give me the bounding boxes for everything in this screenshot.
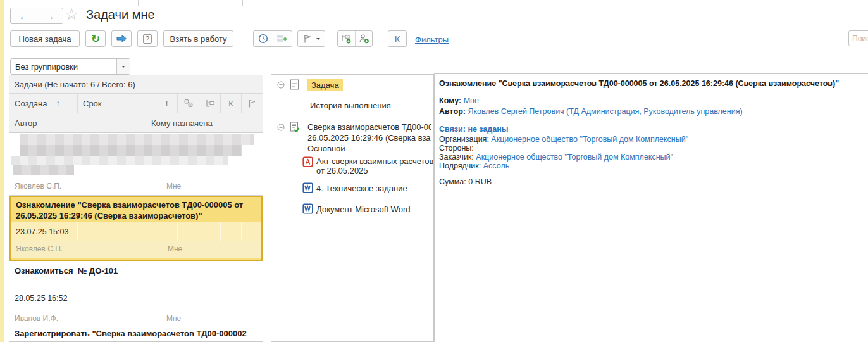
process-map-button[interactable] bbox=[273, 31, 292, 46]
redacted-block bbox=[11, 156, 228, 165]
details-org-line: Организация: Акционерное общество "Торго… bbox=[439, 135, 688, 144]
to-label: Кому: bbox=[439, 96, 461, 105]
column-k[interactable]: К bbox=[221, 94, 242, 113]
attachment-word[interactable]: Документ Microsoft Word bbox=[302, 203, 434, 214]
forward-arrow-icon: → bbox=[45, 11, 54, 22]
attachment-pdf[interactable]: Акт сверки взаимных расчетов от 26.05.20… bbox=[302, 156, 434, 175]
word-file-icon bbox=[302, 182, 313, 193]
assign-tools-group bbox=[337, 30, 373, 47]
task-created: 23.07.25 15:03 bbox=[16, 227, 68, 236]
tree-history-label: История выполнения bbox=[310, 101, 391, 110]
amount-label: Сумма: bbox=[439, 177, 466, 186]
refresh-button[interactable]: ↻ bbox=[85, 30, 106, 47]
clock-icon bbox=[258, 34, 268, 44]
collapse-icon[interactable] bbox=[277, 124, 285, 131]
attachment-word[interactable]: 4. Техническое задание bbox=[302, 182, 434, 193]
details-links-line[interactable]: Связи: не заданы bbox=[439, 125, 508, 134]
add-person-icon bbox=[358, 34, 369, 44]
forward-button[interactable]: → bbox=[37, 8, 63, 23]
k-column-icon: К bbox=[228, 99, 233, 108]
tree-document-line: Сверка взаиморасчетов ТД00-00 bbox=[307, 122, 431, 132]
tab-separator bbox=[242, 0, 243, 6]
page-title: Задачи мне bbox=[86, 8, 155, 22]
tree-node-document[interactable]: Сверка взаиморасчетов ТД00-00 26.05.2025… bbox=[277, 122, 431, 154]
assign-person-button[interactable] bbox=[355, 31, 373, 46]
column-priority[interactable]: ! bbox=[156, 94, 178, 113]
pdf-file-icon bbox=[302, 156, 313, 167]
back-button[interactable]: ← bbox=[11, 8, 37, 23]
customer-value-link[interactable]: Акционерное общество "Торговый дом Компл… bbox=[476, 153, 673, 162]
redacted-block bbox=[13, 165, 74, 175]
tree-document-line: 26.05.2025 16:29:46 (Сверка вза bbox=[307, 132, 431, 143]
task-details-panel: Ознакомление "Сверка взаиморасчетов ТД00… bbox=[434, 73, 868, 342]
filters-link[interactable]: Фильтры bbox=[415, 35, 449, 44]
attachment-line: Акт сверки взаимных расчетов bbox=[316, 156, 434, 166]
column-header-row-2: Автор Кому назначена bbox=[9, 113, 263, 133]
column-assignee[interactable]: Кому назначена bbox=[146, 113, 263, 132]
column-created[interactable]: Создана ↑ bbox=[9, 94, 78, 113]
task-title: Ознакомиться № ДО-101 bbox=[15, 265, 118, 276]
amount-value: 0 RUB bbox=[468, 177, 492, 186]
process-map-icon bbox=[277, 34, 287, 44]
new-task-button[interactable]: Новая задача bbox=[10, 30, 80, 47]
document-icon bbox=[290, 79, 299, 90]
task-row[interactable]: Зарегистрировать "Сверка взаиморасчетов … bbox=[9, 324, 263, 342]
take-to-work-button[interactable]: Взять в работу bbox=[163, 30, 233, 47]
add-subtask-icon bbox=[340, 34, 352, 44]
refresh-icon: ↻ bbox=[91, 32, 100, 45]
author-value-link[interactable]: Яковлев Сергей Петрович (ТД Администраци… bbox=[468, 107, 742, 116]
org-value-link[interactable]: Акционерное общество "Торговый дом Компл… bbox=[491, 135, 688, 144]
attachment-line: Документ Microsoft Word bbox=[316, 205, 434, 214]
task-row-selected[interactable]: Ознакомление "Сверка взаиморасчетов ТД00… bbox=[9, 196, 263, 261]
top-tab-strip bbox=[0, 0, 868, 6]
details-contractor-line: Подрядчик: Ассоль bbox=[439, 162, 509, 170]
task-title: Ознакомление "Сверка взаиморасчетов ТД00… bbox=[11, 197, 261, 222]
control-k-button[interactable]: К bbox=[388, 30, 407, 47]
column-assignee-label: Кому назначена bbox=[151, 118, 213, 128]
task-assignee: Мне bbox=[166, 182, 181, 191]
task-row-redacted[interactable]: Яковлев С.П. Мне bbox=[9, 133, 263, 196]
help-button[interactable]: ? bbox=[137, 30, 158, 47]
attachment-label: Акт сверки взаимных расчетов от 26.05.20… bbox=[316, 156, 434, 175]
grouping-dropdown-button[interactable] bbox=[116, 59, 130, 74]
column-author[interactable]: Автор bbox=[9, 113, 146, 132]
column-hierarchy[interactable] bbox=[199, 94, 221, 113]
attachment-line: 4. Техническое задание bbox=[316, 184, 434, 193]
flag-dropdown-button[interactable] bbox=[297, 30, 325, 47]
tree-document-line: Основной bbox=[307, 143, 431, 154]
tree-node-task[interactable]: Задача bbox=[277, 79, 343, 91]
take-to-work-label: Взять в работу bbox=[170, 34, 227, 44]
forward-task-button[interactable] bbox=[111, 30, 132, 47]
blue-arrow-icon bbox=[116, 34, 127, 43]
grouping-dropdown[interactable]: Без группировки bbox=[10, 58, 130, 75]
add-subtask-button[interactable] bbox=[338, 31, 355, 46]
search-input[interactable] bbox=[848, 30, 868, 46]
details-to-line: Кому: Мне bbox=[439, 96, 479, 105]
attachment-line: от 26.05.2025 bbox=[316, 166, 434, 175]
to-value-link[interactable]: Мне bbox=[464, 96, 479, 105]
hierarchy-icon bbox=[205, 99, 215, 108]
word-file-icon bbox=[302, 203, 313, 214]
attachment-label: 4. Техническое задание bbox=[316, 184, 434, 193]
collapse-icon[interactable] bbox=[277, 81, 285, 89]
column-due-label: Срок bbox=[83, 99, 102, 108]
contractor-value-link[interactable]: Ассоль bbox=[483, 162, 509, 170]
favorite-star-icon[interactable]: ☆ bbox=[65, 5, 78, 23]
task-title: Зарегистрировать "Сверка взаиморасчетов … bbox=[15, 328, 247, 339]
tree-node-history[interactable]: История выполнения bbox=[310, 101, 391, 110]
column-due[interactable]: Срок bbox=[78, 94, 156, 113]
k-label: К bbox=[395, 34, 400, 44]
column-flag[interactable] bbox=[242, 94, 263, 113]
tree-document-label: Сверка взаиморасчетов ТД00-00 26.05.2025… bbox=[307, 122, 431, 154]
help-icon: ? bbox=[143, 34, 152, 44]
sort-asc-icon: ↑ bbox=[56, 99, 59, 108]
tree-task-label[interactable]: Задача bbox=[307, 79, 343, 91]
task-structure-panel: Задача История выполнения Сверка взаимор… bbox=[271, 74, 434, 342]
task-row[interactable]: Ознакомиться № ДО-101 28.05.25 16:52 Ива… bbox=[9, 261, 263, 324]
grouping-value: Без группировки bbox=[11, 62, 116, 72]
org-label: Организация: bbox=[439, 135, 489, 144]
links-label: Связи: bbox=[439, 125, 466, 134]
deadline-clock-button[interactable] bbox=[254, 31, 273, 46]
column-state[interactable] bbox=[178, 94, 199, 113]
details-parties-line: Стороны: bbox=[439, 144, 474, 153]
